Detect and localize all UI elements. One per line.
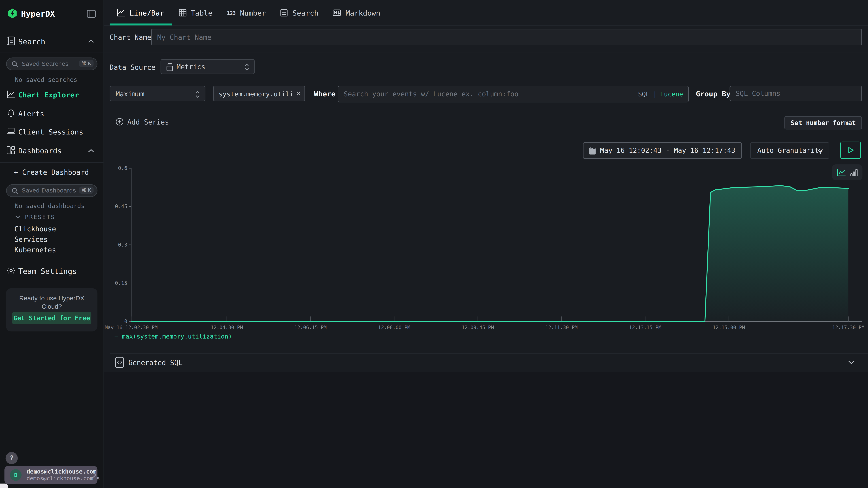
chevron-down-icon [15, 215, 21, 219]
granularity-select[interactable]: Auto Granularity [750, 142, 829, 159]
group-by-label: Group By [696, 90, 731, 98]
svg-text:0.45: 0.45 [115, 203, 127, 209]
date-range-value: May 16 12:02:43 - May 16 12:17:43 [600, 147, 735, 154]
presets-toggle[interactable]: PRESETS [15, 214, 55, 220]
select-chevrons-icon [195, 91, 200, 98]
sidebar-item-label: Chart Explorer [18, 91, 79, 99]
chart-type-tabs: Line/Bar Table 123 Number [104, 0, 868, 26]
get-started-button[interactable]: Get Started for Free [12, 312, 91, 324]
svg-text:12:08:00 PM: 12:08:00 PM [378, 325, 410, 330]
query-language-toggle[interactable]: SQL|Lucene [638, 90, 683, 98]
chevron-right-icon [92, 472, 96, 478]
svg-text:May 16 12:02:30 PM: May 16 12:02:30 PM [105, 325, 158, 330]
sidebar-item-team-settings[interactable]: Team Settings [0, 264, 104, 278]
presets-label: PRESETS [25, 214, 55, 220]
logo[interactable]: HyperDX [8, 8, 55, 19]
add-series-button[interactable]: Add Series [116, 117, 169, 127]
svg-text:12:09:45 PM: 12:09:45 PM [462, 325, 494, 330]
svg-text:0: 0 [124, 319, 127, 324]
tab-label: Line/Bar [129, 8, 164, 17]
sidebar-item-alerts[interactable]: Alerts [0, 107, 104, 121]
sidebar-item-chart-explorer[interactable]: Chart Explorer [0, 89, 104, 102]
divider [104, 81, 868, 81]
chart-name-input[interactable] [151, 29, 862, 45]
calendar-icon [588, 147, 596, 155]
database-icon [166, 63, 173, 71]
divider [0, 162, 103, 163]
shortcut-badge: ⌘ K [79, 60, 93, 67]
empty-canvas-area [104, 372, 868, 488]
where-input-wrap: SQL|Lucene [338, 86, 689, 102]
sidebar-item-dashboards[interactable]: Dashboards [0, 144, 104, 158]
chevron-down-icon [848, 360, 855, 364]
chart-legend: — max(system.memory.utilization) [115, 333, 232, 340]
sidebar-item-search[interactable]: Search [0, 35, 104, 48]
svg-text:12:15:00 PM: 12:15:00 PM [713, 325, 745, 330]
chat-widget-corner [0, 484, 8, 488]
bell-icon [7, 109, 16, 118]
plus-circle-icon [116, 118, 124, 126]
run-query-button[interactable] [840, 142, 861, 159]
shortcut-badge: ⌘ K [79, 187, 93, 194]
svg-text:0.6: 0.6 [118, 165, 127, 171]
sidebar-collapse-icon[interactable] [87, 10, 96, 18]
user-menu[interactable]: D demos@clickhouse.com demos@clickhouse.… [4, 466, 97, 484]
saved-searches-input[interactable]: Saved Searches ⌘ K [6, 58, 97, 70]
data-source-select[interactable]: Metrics [161, 59, 255, 74]
aggregation-value: Maximum [116, 90, 145, 98]
aggregation-select[interactable]: Maximum [110, 86, 206, 101]
table-icon [179, 9, 186, 17]
help-button[interactable]: ? [6, 452, 18, 464]
svg-text:12:13:15 PM: 12:13:15 PM [629, 325, 661, 330]
play-icon [847, 147, 854, 154]
tab-table[interactable]: Table [172, 0, 220, 26]
create-dashboard-button[interactable]: + Create Dashboard [14, 168, 89, 176]
chart-canvas[interactable]: 00.150.30.450.6May 16 12:02:30 PM12:04:3… [104, 161, 868, 339]
search-icon [11, 61, 18, 68]
data-source-label: Data Source [110, 63, 155, 71]
preset-kubernetes[interactable]: Kubernetes [14, 246, 56, 254]
tab-search[interactable]: Search [273, 0, 326, 26]
sidebar-item-label: Client Sessions [18, 128, 83, 136]
search-section-icon [7, 36, 15, 45]
tab-line-bar[interactable]: Line/Bar [110, 0, 172, 26]
metric-field-tag[interactable]: system.memory.utiliza × [213, 86, 305, 101]
code-icon [115, 357, 124, 368]
svg-text:0.3: 0.3 [118, 242, 127, 248]
svg-text:12:11:30 PM: 12:11:30 PM [546, 325, 578, 330]
tab-number[interactable]: 123 Number [220, 0, 273, 26]
set-number-format-button[interactable]: Set number format [785, 116, 862, 129]
add-series-label: Add Series [127, 118, 169, 126]
chevron-up-icon [88, 39, 94, 43]
granularity-value: Auto Granularity [757, 147, 823, 154]
saved-searches-placeholder: Saved Searches [22, 60, 68, 67]
svg-text:12:04:30 PM: 12:04:30 PM [211, 325, 243, 330]
no-saved-dashboards-text: No saved dashboards [15, 202, 85, 210]
group-by-input[interactable] [730, 86, 862, 101]
main-content: Line/Bar Table 123 Number [104, 0, 868, 488]
chevron-up-icon [88, 149, 94, 153]
lucene-mode-option[interactable]: Lucene [660, 90, 683, 98]
divider [104, 53, 868, 53]
promo-text-line1: Ready to use HyperDX [6, 295, 97, 302]
saved-dashboards-input[interactable]: Saved Dashboards ⌘ K [6, 184, 97, 197]
sql-mode-option[interactable]: SQL [638, 90, 650, 98]
markdown-icon [333, 9, 341, 16]
legend-swatch: — [115, 333, 118, 340]
where-search-input[interactable] [338, 87, 688, 102]
preset-services[interactable]: Services [14, 235, 48, 243]
avatar: D [10, 469, 22, 481]
number-123-icon: 123 [227, 10, 236, 16]
sidebar-item-client-sessions[interactable]: Client Sessions [0, 126, 104, 139]
promo-text-line2: Cloud? [6, 303, 97, 310]
preset-clickhouse[interactable]: Clickhouse [14, 225, 56, 233]
tab-markdown[interactable]: Markdown [326, 0, 388, 26]
cloud-promo-card: Ready to use HyperDX Cloud? Get Started … [6, 288, 97, 331]
date-range-picker[interactable]: May 16 12:02:43 - May 16 12:17:43 [583, 142, 742, 159]
divider [0, 53, 103, 53]
hyperdx-logo-icon [8, 8, 17, 19]
sidebar-item-label: Search [18, 37, 45, 46]
svg-text:0.15: 0.15 [115, 280, 127, 286]
generated-sql-row[interactable]: Generated SQL [104, 353, 868, 372]
close-icon[interactable]: × [296, 89, 301, 97]
